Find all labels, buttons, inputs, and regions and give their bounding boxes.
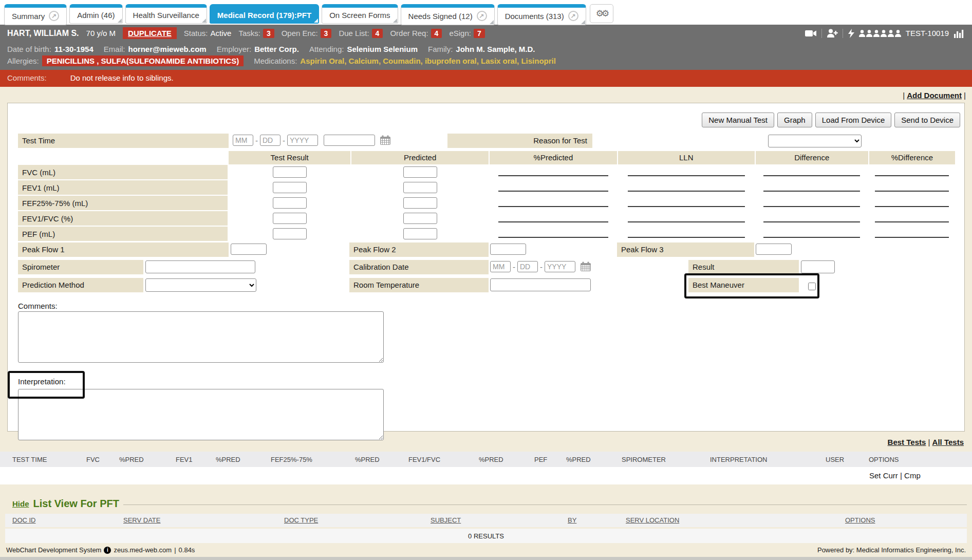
test-time-month-input[interactable] — [233, 135, 253, 146]
duplicate-badge[interactable]: DUPLICATE — [123, 27, 177, 39]
add-document-link[interactable]: Add Document — [907, 91, 962, 100]
tab-admin[interactable]: Admin (46) — [69, 4, 122, 24]
test-time-year-input[interactable] — [287, 135, 318, 146]
hide-link[interactable]: Hide — [12, 499, 29, 508]
spirometer-label: Spirometer — [18, 260, 143, 274]
tab-on-screen-forms[interactable]: On Screen Forms — [322, 4, 398, 24]
test-time-time-input[interactable] — [324, 135, 375, 146]
patient-age-sex: 70 y/o M — [86, 29, 116, 38]
predicted-input[interactable] — [403, 213, 437, 224]
tasks-count-badge[interactable]: 3 — [263, 29, 274, 38]
interpretation-textarea[interactable] — [18, 389, 384, 440]
pft-row-fev1-fvc: FEV1/FVC (%) — [18, 211, 956, 226]
pft-row-label: PEF (mL) — [18, 227, 228, 241]
external-link-icon[interactable]: ↗ — [49, 11, 59, 21]
predicted-input[interactable] — [403, 182, 437, 193]
lln-value — [628, 230, 745, 238]
footer-app-name: WebChart Development System — [6, 546, 101, 554]
tab-health-surveillance[interactable]: Health Surveillance — [125, 4, 207, 24]
prediction-method-select[interactable] — [145, 278, 256, 292]
order-req-count-badge[interactable]: 4 — [431, 29, 442, 38]
col-pred-2: %PRED — [216, 456, 271, 463]
peak-flow-3-label: Peak Flow 3 — [617, 242, 754, 257]
employer-value: Better Corp. — [254, 45, 299, 53]
col-doc-type[interactable]: DOC TYPE — [284, 516, 318, 524]
due-list-count-badge[interactable]: 4 — [372, 29, 383, 38]
calibration-month-input[interactable] — [490, 261, 511, 272]
attending-value: Selenium Selenium — [347, 45, 418, 53]
test-result-input[interactable] — [273, 213, 307, 224]
add-person-icon[interactable] — [827, 29, 838, 38]
set-curr-link[interactable]: Set Curr — [869, 471, 898, 480]
prediction-method-label: Prediction Method — [18, 278, 143, 292]
calendar-icon[interactable] — [380, 135, 391, 145]
col-doc-options[interactable]: OPTIONS — [845, 516, 875, 524]
difference-value — [763, 230, 860, 238]
separator: | — [900, 471, 902, 480]
percent-difference-value — [875, 230, 949, 238]
reason-for-test-select[interactable] — [768, 135, 862, 147]
allergies-badge[interactable]: PENICILLINS , SULFA(SULFONAMIDE ANTIBIOT… — [42, 55, 244, 66]
calibration-day-input[interactable] — [517, 261, 538, 272]
predicted-input[interactable] — [403, 228, 437, 239]
col-options: OPTIONS — [869, 456, 936, 463]
cmp-link[interactable]: Cmp — [904, 471, 921, 480]
separator: | — [174, 546, 176, 554]
pft-page: | Add Document | New Manual Test Graph L… — [0, 87, 972, 560]
predicted-input[interactable] — [403, 197, 437, 209]
spirometer-input[interactable] — [145, 260, 255, 273]
graph-button[interactable]: Graph — [777, 113, 812, 127]
medications-list[interactable]: Aspirin Oral, Calcium, Coumadin, ibuprof… — [300, 57, 556, 65]
lightning-icon[interactable] — [848, 29, 854, 38]
best-maneuver-checkbox[interactable] — [808, 283, 816, 290]
send-to-device-button[interactable]: Send to Device — [894, 113, 960, 127]
column-percent-difference: %Difference — [869, 151, 955, 164]
active-users-icons[interactable] — [859, 30, 901, 37]
info-icon[interactable]: i — [104, 547, 111, 554]
order-req-label: Order Req: — [390, 29, 428, 38]
test-result-input[interactable] — [273, 197, 307, 209]
test-result-input[interactable] — [273, 228, 307, 239]
allergies-label: Allergies: — [7, 57, 39, 65]
calendar-icon[interactable] — [580, 262, 591, 272]
pft-form-panel: New Manual Test Graph Load From Device S… — [7, 103, 965, 432]
external-link-icon[interactable]: ↗ — [477, 11, 487, 21]
tab-needs-signed[interactable]: Needs Signed (12) ↗ — [401, 4, 495, 25]
peak-flow-row: Peak Flow 1 Peak Flow 2 Peak Flow 3 — [18, 242, 956, 259]
footer-host: zeus.med-web.com — [114, 546, 172, 554]
settings-gear-button[interactable]: ⚙⚙ — [590, 4, 613, 23]
bar-chart-icon[interactable] — [954, 29, 965, 38]
tab-documents[interactable]: Documents (313) ↗ — [497, 4, 586, 25]
percent-predicted-value — [498, 214, 608, 222]
load-from-device-button[interactable]: Load From Device — [815, 113, 892, 127]
chart-comments-label: Comments: — [7, 73, 47, 82]
peak-flow-2-input[interactable] — [490, 244, 526, 255]
tab-medical-record[interactable]: Medical Record (179):PFT — [210, 4, 319, 24]
col-serv-location[interactable]: SERV LOCATION — [626, 516, 679, 524]
peak-flow-3-input[interactable] — [756, 244, 792, 255]
test-time-day-input[interactable] — [260, 135, 281, 146]
tab-summary[interactable]: Summary ↗ — [4, 4, 67, 25]
test-result-input[interactable] — [273, 166, 307, 178]
new-manual-test-button[interactable]: New Manual Test — [702, 113, 774, 127]
esign-count-badge[interactable]: 7 — [474, 29, 485, 38]
room-temperature-input[interactable] — [490, 278, 591, 291]
calibration-year-input[interactable] — [545, 261, 575, 272]
col-by[interactable]: BY — [568, 516, 576, 524]
external-link-icon[interactable]: ↗ — [568, 11, 578, 21]
test-result-input[interactable] — [273, 182, 307, 193]
date-separator: - — [540, 263, 543, 271]
column-lln: LLN — [618, 151, 755, 164]
due-list-label: Due List: — [339, 29, 369, 38]
predicted-input[interactable] — [403, 166, 437, 178]
col-serv-date[interactable]: SERV DATE — [123, 516, 160, 524]
comments-textarea[interactable] — [18, 311, 384, 363]
interpretation-label: Interpretation: — [18, 370, 956, 388]
open-enc-count-badge[interactable]: 3 — [321, 29, 332, 38]
result-input[interactable] — [801, 260, 835, 273]
video-camera-icon[interactable] — [805, 29, 817, 38]
peak-flow-1-input[interactable] — [231, 244, 267, 255]
col-subject[interactable]: SUBJECT — [431, 516, 461, 524]
col-doc-id[interactable]: DOC ID — [12, 516, 36, 524]
document-table-header: DOC ID SERV DATE DOC TYPE SUBJECT BY SER… — [5, 514, 967, 527]
